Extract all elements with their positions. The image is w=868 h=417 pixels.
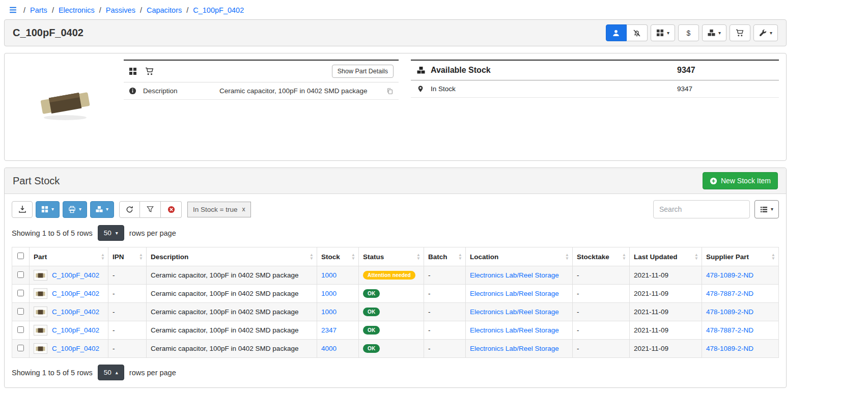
row-checkbox[interactable] — [17, 345, 24, 351]
display-options-button[interactable]: ▾ — [651, 24, 675, 41]
stocktake-cell: - — [573, 303, 630, 321]
new-stock-item-button[interactable]: New Stock Item — [703, 172, 778, 189]
stock-actions-button[interactable]: ▾ — [702, 24, 726, 41]
supplier-part-link[interactable]: 478-1089-2-ND — [706, 345, 753, 352]
table-row[interactable]: C_100pF_0402 - Ceramic capacitor, 100pF … — [12, 321, 779, 340]
filter-button-group — [119, 201, 182, 218]
stock-link[interactable]: 2347 — [321, 326, 337, 334]
column-header-last-updated[interactable]: Last Updated▴▾ — [630, 247, 702, 266]
subscribe-button[interactable] — [606, 24, 627, 41]
part-actions-button[interactable]: ▾ — [753, 24, 778, 41]
barcode-actions-button[interactable]: ▾ — [36, 201, 60, 218]
breadcrumb-link-passives[interactable]: Passives — [106, 6, 135, 14]
row-checkbox[interactable] — [17, 308, 24, 315]
sort-icon[interactable]: ▴▾ — [623, 253, 625, 260]
clear-filter-icon — [167, 206, 175, 213]
part-link[interactable]: C_100pF_0402 — [52, 271, 99, 279]
last-updated-cell: 2021-11-09 — [630, 266, 702, 285]
status-badge: OK — [363, 344, 380, 353]
column-label: Status — [363, 253, 384, 261]
unsubscribe-button[interactable] — [627, 24, 648, 41]
table-row[interactable]: C_100pF_0402 - Ceramic capacitor, 100pF … — [12, 303, 779, 321]
refresh-icon — [126, 206, 133, 213]
page-size-button[interactable]: 50 ▾ — [98, 225, 124, 241]
column-label: Supplier Part — [706, 253, 749, 261]
location-link[interactable]: Electronics Lab/Reel Storage — [470, 345, 559, 352]
remove-filter-button[interactable]: x — [242, 206, 245, 213]
part-image[interactable] — [12, 60, 119, 126]
table-row[interactable]: C_100pF_0402 - Ceramic capacitor, 100pF … — [12, 285, 779, 303]
row-checkbox[interactable] — [17, 290, 24, 296]
column-header-batch[interactable]: Batch▴▾ — [424, 247, 466, 266]
column-select-button[interactable]: ▾ — [754, 200, 779, 218]
table-row[interactable]: C_100pF_0402 - Ceramic capacitor, 100pF … — [12, 266, 779, 285]
refresh-button[interactable] — [119, 201, 140, 218]
ipn-cell: - — [108, 340, 147, 358]
stock-link[interactable]: 1000 — [321, 308, 337, 316]
order-part-button[interactable] — [730, 24, 750, 41]
sort-icon[interactable]: ▴▾ — [417, 253, 419, 260]
breadcrumb-link-parts[interactable]: Parts — [30, 6, 47, 14]
grid-icon — [129, 67, 137, 75]
print-actions-button[interactable]: ▾ — [63, 201, 87, 218]
breadcrumb-link-electronics[interactable]: Electronics — [59, 6, 95, 14]
stock-link[interactable]: 1000 — [321, 290, 337, 297]
clear-filters-button[interactable] — [161, 201, 182, 218]
column-header-part[interactable]: Part▴▾ — [30, 247, 108, 266]
sort-icon[interactable]: ▴▾ — [140, 253, 142, 260]
column-header-ipn[interactable]: IPN▴▾ — [108, 247, 147, 266]
sort-icon[interactable]: ▴▾ — [311, 253, 313, 260]
column-header-description[interactable]: Description▴▾ — [147, 247, 317, 266]
chevron-down-icon: ▾ — [116, 231, 118, 236]
pricing-button[interactable]: $ — [678, 24, 699, 41]
copy-icon — [386, 88, 394, 95]
sort-icon[interactable]: ▴▾ — [459, 253, 461, 260]
show-part-details-button[interactable]: Show Part Details — [332, 65, 394, 78]
location-link[interactable]: Electronics Lab/Reel Storage — [470, 308, 559, 316]
location-link[interactable]: Electronics Lab/Reel Storage — [470, 271, 559, 279]
sort-icon[interactable]: ▴▾ — [102, 253, 104, 260]
filter-button[interactable] — [140, 201, 161, 218]
breadcrumb-link-capacitors[interactable]: Capacitors — [147, 6, 182, 14]
supplier-part-link[interactable]: 478-7887-2-ND — [706, 290, 753, 297]
part-link[interactable]: C_100pF_0402 — [52, 308, 99, 316]
supplier-part-link[interactable]: 478-7887-2-ND — [706, 326, 753, 334]
select-all-checkbox[interactable] — [17, 253, 24, 259]
row-checkbox[interactable] — [17, 271, 24, 278]
supplier-part-link[interactable]: 478-1089-2-ND — [706, 308, 753, 316]
batch-cell: - — [424, 285, 466, 303]
copy-button[interactable] — [386, 88, 394, 95]
stock-link[interactable]: 4000 — [321, 345, 337, 352]
row-checkbox[interactable] — [17, 326, 24, 333]
column-header-status[interactable]: Status▴▾ — [359, 247, 424, 266]
part-link[interactable]: C_100pF_0402 — [52, 326, 99, 334]
part-link[interactable]: C_100pF_0402 — [52, 290, 99, 297]
sort-icon[interactable]: ▴▾ — [352, 253, 354, 260]
export-button[interactable] — [12, 201, 33, 218]
column-header-location[interactable]: Location▴▾ — [466, 247, 573, 266]
pagination-bottom: Showing 1 to 5 of 5 rows 50 ▴ rows per p… — [12, 365, 779, 380]
sort-icon[interactable]: ▴▾ — [566, 253, 568, 260]
location-link[interactable]: Electronics Lab/Reel Storage — [470, 326, 559, 334]
chevron-down-icon: ▾ — [667, 31, 669, 36]
column-header-supplier-part[interactable]: Supplier Part▴▾ — [702, 247, 779, 266]
stock-options-button[interactable]: ▾ — [90, 201, 114, 218]
supplier-part-link[interactable]: 478-1089-2-ND — [706, 271, 753, 279]
search-input[interactable] — [653, 200, 750, 218]
stock-boxes-icon — [708, 29, 715, 37]
menu-toggle-button[interactable] — [7, 6, 19, 14]
sort-icon[interactable]: ▴▾ — [772, 253, 774, 260]
breadcrumb-link-current-part[interactable]: C_100pF_0402 — [193, 6, 244, 14]
column-label: Part — [34, 253, 47, 261]
table-row[interactable]: C_100pF_0402 - Ceramic capacitor, 100pF … — [12, 340, 779, 358]
description-value: Ceramic capacitor, 100pF in 0402 SMD pac… — [219, 87, 386, 95]
part-link[interactable]: C_100pF_0402 — [52, 345, 99, 352]
location-link[interactable]: Electronics Lab/Reel Storage — [470, 290, 559, 297]
chevron-down-icon: ▾ — [771, 207, 773, 212]
column-header-stocktake[interactable]: Stocktake▴▾ — [573, 247, 630, 266]
stock-link[interactable]: 1000 — [321, 271, 337, 279]
column-header-stock[interactable]: Stock▴▾ — [317, 247, 359, 266]
sort-icon[interactable]: ▴▾ — [695, 253, 697, 260]
column-label: Stock — [321, 253, 340, 261]
page-size-button[interactable]: 50 ▴ — [98, 365, 124, 380]
